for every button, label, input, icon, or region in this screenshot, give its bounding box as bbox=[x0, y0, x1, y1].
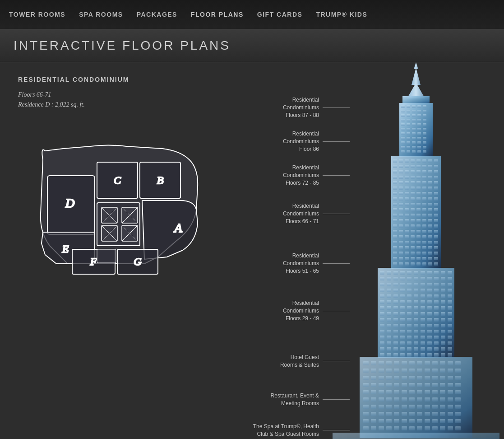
svg-rect-318 bbox=[407, 306, 412, 310]
svg-rect-170 bbox=[411, 214, 415, 217]
svg-rect-455 bbox=[379, 383, 384, 387]
svg-rect-345 bbox=[441, 318, 445, 322]
svg-rect-78 bbox=[412, 146, 416, 149]
svg-rect-58 bbox=[412, 128, 416, 131]
svg-rect-154 bbox=[411, 203, 415, 206]
svg-rect-456 bbox=[386, 383, 392, 387]
svg-rect-156 bbox=[422, 203, 426, 206]
nav-trump-kids[interactable]: TRUMP® KIDS bbox=[316, 9, 367, 20]
svg-rect-375 bbox=[421, 336, 425, 339]
svg-rect-364 bbox=[421, 330, 425, 333]
svg-rect-356 bbox=[441, 324, 445, 327]
left-panel: RESIDENTIAL CONDOMINIUM Floors 66-71 Res… bbox=[0, 62, 239, 439]
svg-rect-506 bbox=[371, 412, 376, 416]
svg-rect-138 bbox=[411, 192, 415, 195]
svg-rect-486 bbox=[417, 397, 422, 402]
svg-rect-179 bbox=[416, 219, 421, 222]
svg-rect-394 bbox=[400, 347, 405, 351]
svg-rect-196 bbox=[422, 230, 426, 233]
svg-rect-459 bbox=[409, 383, 415, 387]
svg-rect-316 bbox=[393, 306, 398, 310]
svg-rect-256 bbox=[434, 271, 439, 275]
svg-rect-52 bbox=[407, 123, 410, 126]
svg-rect-164 bbox=[422, 208, 426, 211]
svg-rect-537 bbox=[409, 426, 415, 430]
svg-rect-532 bbox=[371, 426, 376, 430]
svg-rect-464 bbox=[448, 383, 453, 387]
svg-rect-308 bbox=[414, 300, 418, 304]
svg-rect-363 bbox=[414, 330, 418, 333]
nav-tower-rooms[interactable]: TOWER ROOMS bbox=[9, 9, 65, 20]
svg-rect-174 bbox=[434, 214, 438, 217]
svg-rect-336 bbox=[380, 318, 384, 322]
nav-gift-cards[interactable]: GIFT CARDS bbox=[257, 9, 303, 20]
svg-rect-252 bbox=[407, 271, 412, 275]
svg-rect-209 bbox=[405, 241, 409, 244]
svg-rect-396 bbox=[414, 347, 418, 351]
svg-rect-279 bbox=[441, 283, 445, 286]
svg-rect-304 bbox=[387, 300, 391, 304]
svg-rect-122 bbox=[411, 181, 415, 184]
svg-rect-94 bbox=[434, 159, 438, 163]
svg-rect-374 bbox=[414, 336, 418, 339]
svg-rect-481 bbox=[379, 397, 384, 402]
svg-rect-492 bbox=[363, 405, 369, 409]
svg-rect-530 bbox=[455, 419, 461, 423]
building-svg bbox=[333, 62, 499, 439]
svg-rect-518 bbox=[363, 419, 369, 423]
svg-rect-353 bbox=[421, 324, 425, 327]
nav-packages[interactable]: PACKAGES bbox=[137, 9, 177, 20]
svg-rect-121 bbox=[405, 181, 409, 184]
svg-rect-399 bbox=[434, 347, 439, 351]
svg-rect-411 bbox=[441, 353, 445, 357]
svg-rect-175 bbox=[393, 219, 397, 222]
svg-rect-111 bbox=[393, 176, 397, 179]
label-86-text: ResidentialCondominiumsFloor 86 bbox=[283, 130, 319, 153]
svg-rect-536 bbox=[402, 426, 407, 430]
svg-rect-463 bbox=[440, 383, 445, 387]
svg-rect-34 bbox=[417, 105, 421, 108]
svg-rect-203 bbox=[416, 235, 421, 238]
svg-rect-222 bbox=[434, 246, 438, 249]
svg-rect-414 bbox=[363, 361, 369, 365]
svg-rect-504 bbox=[455, 405, 461, 409]
svg-rect-146 bbox=[411, 197, 415, 201]
svg-rect-361 bbox=[400, 330, 405, 333]
svg-rect-285 bbox=[407, 289, 412, 292]
svg-rect-227 bbox=[416, 252, 421, 255]
svg-rect-126 bbox=[434, 181, 438, 184]
svg-rect-169 bbox=[405, 214, 409, 217]
svg-rect-298 bbox=[421, 294, 425, 298]
svg-rect-485 bbox=[409, 397, 415, 402]
svg-rect-153 bbox=[405, 203, 409, 206]
svg-rect-460 bbox=[417, 383, 422, 387]
svg-rect-333 bbox=[434, 312, 439, 316]
svg-rect-470 bbox=[394, 390, 399, 394]
label-restaurant-text: Restaurant, Event &Meeting Rooms bbox=[271, 392, 319, 407]
svg-rect-115 bbox=[416, 176, 421, 179]
svg-rect-468 bbox=[379, 390, 384, 394]
svg-rect-405 bbox=[400, 353, 405, 357]
svg-rect-337 bbox=[387, 318, 391, 322]
svg-rect-241 bbox=[405, 262, 409, 266]
svg-rect-268 bbox=[441, 277, 445, 280]
svg-rect-294 bbox=[393, 294, 398, 298]
svg-rect-381 bbox=[387, 341, 391, 345]
svg-rect-366 bbox=[434, 330, 439, 333]
svg-rect-465 bbox=[455, 383, 461, 387]
svg-rect-533 bbox=[379, 426, 384, 430]
nav-floor-plans[interactable]: FLOOR PLANS bbox=[191, 9, 244, 20]
svg-rect-81 bbox=[401, 150, 405, 153]
svg-rect-83 bbox=[412, 150, 416, 153]
svg-rect-540 bbox=[432, 426, 438, 430]
svg-rect-527 bbox=[432, 419, 438, 423]
svg-rect-216 bbox=[399, 246, 403, 249]
svg-rect-173 bbox=[428, 214, 432, 217]
svg-rect-321 bbox=[427, 306, 432, 310]
svg-text:F: F bbox=[90, 256, 97, 267]
svg-rect-192 bbox=[399, 230, 403, 233]
nav-spa-rooms[interactable]: SPA ROOMS bbox=[79, 9, 123, 20]
svg-text:A: A bbox=[173, 221, 182, 235]
svg-rect-369 bbox=[380, 336, 384, 339]
svg-rect-510 bbox=[402, 412, 407, 416]
